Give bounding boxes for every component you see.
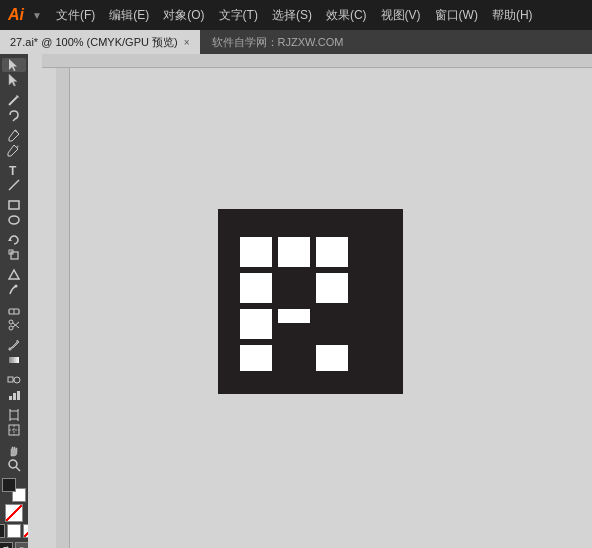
svg-rect-24: [9, 396, 12, 400]
sq-2-1: [240, 273, 272, 303]
svg-marker-0: [9, 59, 17, 71]
artwork: [218, 209, 403, 394]
tool-add-anchor[interactable]: +: [2, 143, 26, 157]
tool-shaper[interactable]: [2, 268, 26, 282]
menu-bar: 文件(F) 编辑(E) 对象(O) 文字(T) 选择(S) 效果(C) 视图(V…: [50, 5, 539, 26]
svg-point-13: [15, 285, 18, 288]
ai-logo: Ai: [8, 6, 24, 24]
tool-eyedropper[interactable]: [2, 338, 26, 352]
svg-point-9: [9, 216, 19, 224]
menu-text[interactable]: 文字(T): [213, 5, 264, 26]
tool-type[interactable]: T: [2, 163, 26, 177]
sq-3-1: [240, 309, 272, 339]
svg-marker-1: [9, 74, 17, 86]
sq-4-1: [240, 345, 272, 371]
menu-file[interactable]: 文件(F): [50, 5, 101, 26]
tool-blend[interactable]: [2, 373, 26, 387]
svg-point-16: [9, 320, 13, 324]
tab-website: 软件自学网：RJZXW.COM: [200, 35, 344, 50]
tool-zoom[interactable]: [2, 458, 26, 472]
svg-point-17: [9, 326, 13, 330]
tab-close-button[interactable]: ×: [184, 37, 190, 48]
swap-colors[interactable]: ⇄: [0, 542, 13, 548]
sq-4-2: [316, 345, 348, 371]
svg-point-22: [14, 377, 20, 383]
svg-text:T: T: [9, 164, 17, 177]
title-bar: Ai ▼ 文件(F) 编辑(E) 对象(O) 文字(T) 选择(S) 效果(C)…: [0, 0, 592, 30]
svg-text:+: +: [16, 143, 20, 149]
default-colors[interactable]: D: [15, 542, 29, 548]
ruler-horizontal: [42, 54, 592, 68]
svg-line-36: [16, 467, 20, 471]
app-icon-arrow: ▼: [32, 10, 42, 21]
tool-pencil[interactable]: [2, 283, 26, 297]
menu-help[interactable]: 帮助(H): [486, 5, 539, 26]
menu-object[interactable]: 对象(O): [157, 5, 210, 26]
none-color[interactable]: [5, 504, 23, 522]
tool-ellipse[interactable]: [2, 213, 26, 227]
small-white-swatch[interactable]: [7, 524, 21, 538]
canvas-area[interactable]: [28, 54, 592, 548]
svg-rect-26: [17, 391, 20, 400]
tool-pen[interactable]: [2, 128, 26, 142]
tool-barchart[interactable]: [2, 388, 26, 402]
menu-view[interactable]: 视图(V): [375, 5, 427, 26]
foreground-color-swatch[interactable]: [2, 478, 16, 492]
tool-direct-selection[interactable]: [2, 73, 26, 87]
svg-line-19: [13, 322, 19, 327]
tool-hand[interactable]: [2, 443, 26, 457]
tab-label: 27.ai* @ 100% (CMYK/GPU 预览): [10, 35, 178, 50]
svg-line-18: [13, 323, 19, 328]
tool-scissors[interactable]: [2, 318, 26, 332]
tool-rotate[interactable]: [2, 233, 26, 247]
svg-rect-25: [13, 393, 16, 400]
svg-line-2: [9, 97, 17, 105]
svg-rect-8: [9, 201, 19, 209]
sq-1-2: [278, 237, 310, 267]
svg-line-4: [15, 130, 17, 132]
tool-selection[interactable]: [2, 58, 26, 72]
svg-marker-10: [8, 238, 12, 241]
fg-bg-colors[interactable]: [2, 478, 26, 502]
tool-slice[interactable]: [2, 423, 26, 437]
active-tab[interactable]: 27.ai* @ 100% (CMYK/GPU 预览) ×: [0, 30, 200, 54]
tool-gradient[interactable]: [2, 353, 26, 367]
tool-artboard[interactable]: [2, 408, 26, 422]
swap-default-row: ⇄ D: [0, 542, 29, 548]
tool-line[interactable]: [2, 178, 26, 192]
tool-magic-wand[interactable]: [2, 93, 26, 107]
sq-1-3: [316, 237, 348, 267]
small-black-swatch[interactable]: [0, 524, 5, 538]
menu-window[interactable]: 窗口(W): [429, 5, 484, 26]
main-layout: + T: [0, 54, 592, 548]
menu-effect[interactable]: 效果(C): [320, 5, 373, 26]
ruler-vertical: [56, 68, 70, 548]
menu-edit[interactable]: 编辑(E): [103, 5, 155, 26]
sq-2-2: [316, 273, 348, 303]
svg-point-35: [9, 460, 17, 468]
tool-scale[interactable]: [2, 248, 26, 262]
svg-rect-20: [9, 357, 19, 363]
svg-rect-27: [10, 411, 18, 419]
svg-rect-11: [11, 252, 18, 259]
toolbar: + T: [0, 54, 28, 548]
svg-line-7: [9, 180, 19, 190]
tool-rectangle[interactable]: [2, 198, 26, 212]
tab-bar: 27.ai* @ 100% (CMYK/GPU 预览) × 软件自学网：RJZX…: [0, 30, 592, 54]
sq-1-1: [240, 237, 272, 267]
sq-3-2: [278, 309, 310, 323]
menu-select[interactable]: 选择(S): [266, 5, 318, 26]
svg-rect-21: [8, 377, 13, 382]
tool-eraser[interactable]: [2, 303, 26, 317]
tool-lasso[interactable]: [2, 108, 26, 122]
